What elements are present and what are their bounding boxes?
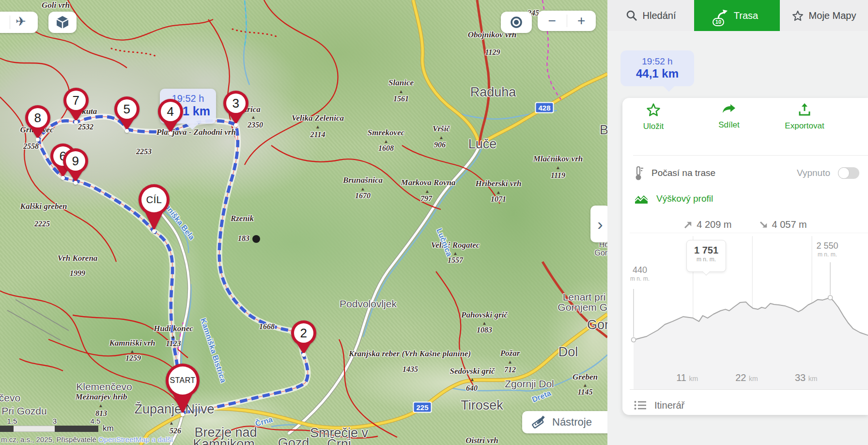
weather-label: Počasí na trase — [651, 168, 715, 178]
share-icon — [722, 103, 736, 115]
zoom-controls: − + — [538, 11, 596, 31]
itinerary-list-icon — [634, 400, 647, 410]
weather-toggle[interactable] — [838, 167, 859, 179]
thermometer-icon — [634, 165, 644, 181]
descent-stat: 4 057 m — [759, 219, 807, 230]
hover-elevation-unit: m n. m. — [687, 256, 726, 263]
map-attribution: m.cz, a.s., 2025, Přispěvatelé OpenStree… — [1, 435, 173, 444]
attribution-osm-link[interactable]: OpenStreetMap — [98, 435, 150, 444]
chip-pointer — [664, 81, 675, 92]
export-button[interactable]: Exportovat — [778, 103, 831, 131]
app-window: Goli vrh245Obojnikov vrh1129Slanice▲1561… — [0, 0, 868, 445]
save-label: Uložit — [627, 122, 680, 131]
save-button[interactable]: Uložit — [627, 103, 680, 131]
search-icon — [626, 10, 637, 21]
zoom-out-button[interactable]: − — [538, 11, 567, 31]
attribution-text: m.cz, a.s., 2025, Přispěvatelé — [1, 435, 98, 444]
route-summary-chip: 19:52 h 44,1 km — [620, 50, 694, 86]
route-count-badge: 10 — [713, 18, 724, 26]
scale-bar — [0, 426, 98, 432]
export-label: Exportovat — [778, 121, 831, 131]
route-actions: Uložit Sdílet Exportovat — [622, 103, 836, 131]
tools-button[interactable]: Nástroje — [522, 411, 607, 433]
map-mode-buttons[interactable]: ✈ — [0, 12, 38, 33]
side-panel: Hledání 10 Trasa Moje Mapy — [607, 0, 868, 445]
toggle-knob — [838, 167, 850, 179]
tab-search-label: Hledání — [643, 10, 676, 21]
chart-max-label: 2 550 m n. m. — [816, 241, 838, 258]
tab-route-label: Trasa — [734, 10, 758, 21]
chart-hover-tooltip: 1 751 m n. m. — [686, 240, 726, 272]
elevation-profile-label: Výškový profil — [656, 193, 713, 204]
locate-icon — [510, 16, 523, 29]
map-3d-button[interactable] — [48, 12, 77, 33]
hover-elevation-value: 1 751 — [687, 245, 726, 256]
itinerary-row[interactable]: Itinerář — [622, 395, 868, 415]
weather-row: Počasí na trase Vypnuto — [622, 164, 868, 182]
locate-me-button[interactable] — [501, 12, 532, 33]
scale-tick: 1.5 — [7, 417, 17, 425]
ascent-arrow-icon — [683, 221, 692, 229]
elevation-profile-icon — [634, 193, 649, 205]
weather-value: Vypnuto — [797, 168, 830, 178]
elevation-chart[interactable]: 440 m n. m. 2 550 m n. m. 1 751 m n. m. … — [630, 233, 868, 390]
collapse-panel-button[interactable]: › — [590, 206, 607, 242]
itinerary-label: Itinerář — [654, 400, 684, 411]
divider — [633, 155, 868, 156]
map-markers: 875369CÍL24START — [0, 0, 607, 445]
elevation-profile-row[interactable]: Výškový profil — [622, 191, 868, 207]
route-distance: 44,1 km — [620, 67, 694, 80]
star-icon — [792, 10, 804, 21]
save-star-icon — [646, 103, 661, 117]
divider — [10, 16, 10, 29]
tools-label: Nástroje — [552, 416, 592, 429]
tab-my-maps-label: Moje Mapy — [809, 10, 856, 21]
tab-my-maps[interactable]: Moje Mapy — [780, 0, 868, 31]
tools-icon — [531, 415, 546, 429]
route-time: 19:52 h — [620, 56, 694, 67]
tab-route[interactable]: 10 Trasa — [694, 0, 780, 31]
scale-tick: 3 — [53, 417, 57, 425]
scale-unit: km — [103, 424, 114, 433]
descent-arrow-icon — [759, 221, 768, 229]
map-canvas[interactable]: Goli vrh245Obojnikov vrh1129Slanice▲1561… — [0, 0, 607, 445]
attribution-more-link[interactable]: a další — [150, 435, 173, 444]
share-label: Sdílet — [702, 120, 756, 130]
elevation-stats: 4 209 m 4 057 m — [622, 219, 868, 230]
share-button[interactable]: Sdílet — [702, 103, 756, 131]
cube-3d-icon — [56, 16, 69, 29]
export-icon — [798, 103, 811, 116]
route-detail-card: Uložit Sdílet Exportovat — [622, 98, 868, 415]
descent-value: 4 057 m — [772, 219, 807, 230]
flyover-icon[interactable]: ✈ — [16, 14, 26, 29]
scale-tick: 4.5 — [91, 417, 101, 425]
zoom-in-button[interactable]: + — [567, 11, 596, 31]
panel-tabs: Hledání 10 Trasa Moje Mapy — [607, 0, 868, 31]
chart-min-label: 440 m n. m. — [630, 265, 650, 282]
ascent-stat: 4 209 m — [683, 219, 731, 230]
ascent-value: 4 209 m — [697, 219, 731, 230]
tab-search[interactable]: Hledání — [607, 0, 694, 31]
